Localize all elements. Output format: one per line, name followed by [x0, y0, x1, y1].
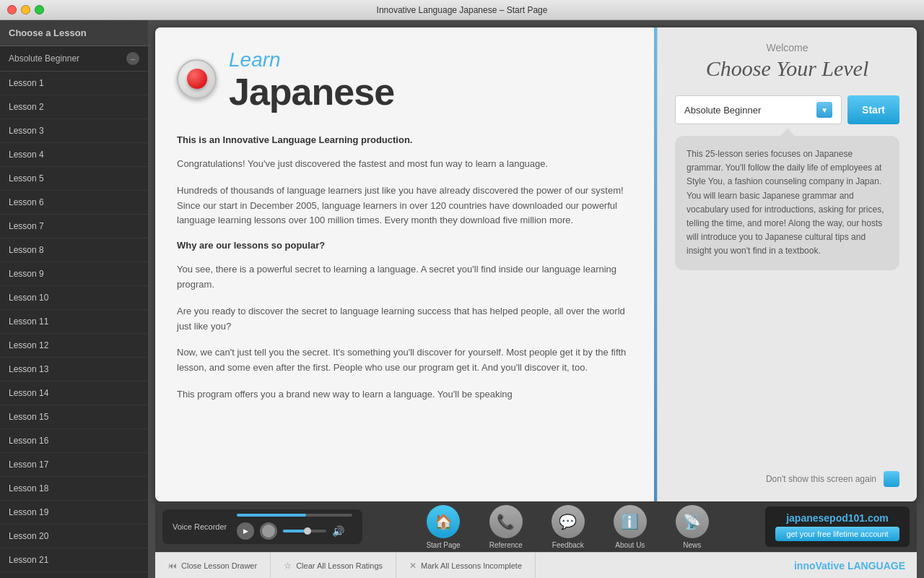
- recorder-speaker-icon: 🔊: [332, 525, 344, 537]
- logo-icon-inner: [177, 59, 217, 99]
- recorder-inner: ▶ 🔊: [237, 514, 352, 540]
- start-button[interactable]: Start: [847, 95, 899, 124]
- intro-para2-section: Hundreds of thousands of language learne…: [177, 184, 635, 228]
- rss-icon: 📡: [676, 505, 709, 538]
- nav-label-feedback: Feedback: [552, 541, 584, 549]
- close-button[interactable]: [7, 5, 17, 14]
- lesson-item-13[interactable]: Lesson 13: [0, 358, 148, 381]
- recorder-play-button[interactable]: ▶: [237, 522, 254, 540]
- audio-recorder: Voice Recorder ▶ 🔊: [162, 509, 362, 544]
- sidebar-header: Choose a Lesson: [0, 20, 148, 46]
- dropdown-arrow-icon[interactable]: ▼: [816, 102, 832, 118]
- intro-para3-section: You see, there is a powerful secret to l…: [177, 262, 635, 293]
- nav-item-about-us[interactable]: ℹ️ About Us: [599, 501, 661, 553]
- lesson-item-11[interactable]: Lesson 11: [0, 310, 148, 334]
- vertical-divider: [654, 27, 657, 501]
- footer-logo-language: LANGUAGE: [845, 560, 905, 571]
- lesson-item-20[interactable]: Lesson 20: [0, 525, 148, 548]
- recorder-record-button[interactable]: [260, 522, 277, 540]
- recorder-progress-bar: [237, 514, 352, 517]
- recorder-volume-knob: [304, 527, 311, 535]
- branding-url-suffix: 101.com: [848, 512, 889, 524]
- intro-para5: Now, we can't just tell you the secret. …: [177, 345, 635, 376]
- mark-incomplete-button[interactable]: ✕ Mark All Lessons Incomplete: [396, 553, 536, 578]
- maximize-button[interactable]: [35, 5, 44, 14]
- nav-item-reference[interactable]: 📞 Reference: [475, 501, 537, 553]
- recorder-volume-slider[interactable]: [283, 530, 326, 532]
- welcome-text: Welcome: [675, 42, 899, 53]
- home-icon: 🏠: [427, 505, 460, 538]
- footer-logo-v: V: [816, 560, 822, 571]
- lesson-item-1[interactable]: Lesson 1: [0, 72, 148, 95]
- branding-url-prefix: japanese: [786, 512, 829, 524]
- logo-japanese-text: Japanese: [229, 72, 394, 113]
- intro-para1: Congratulations! You've just discovered …: [177, 157, 635, 172]
- nav-item-news[interactable]: 📡 News: [661, 501, 723, 553]
- logo-red-circle: [187, 69, 207, 89]
- logo-text-area: Learn Japanese: [229, 49, 394, 113]
- lesson-item-2[interactable]: Lesson 2: [0, 95, 148, 119]
- footer-logo-suffix: ative: [821, 560, 845, 571]
- sidebar-lessons: Lesson 1Lesson 2Lesson 3Lesson 4Lesson 5…: [0, 72, 148, 578]
- window-controls[interactable]: [7, 5, 44, 14]
- choose-level-text: Choose Your Level: [675, 56, 899, 81]
- footer-logo-prefix: inno: [794, 560, 816, 571]
- description-bubble: This 25-lesson series focuses on Japanes…: [675, 136, 899, 270]
- lesson-item-3[interactable]: Lesson 3: [0, 119, 148, 143]
- phone-icon: 📞: [489, 505, 523, 538]
- intro-para4-section: Are you ready to discover the secret to …: [177, 304, 635, 335]
- content-body: Learn Japanese This is an Innovative Lan…: [155, 27, 917, 501]
- recorder-progress-fill: [237, 514, 306, 517]
- clear-ratings-label: Clear All Lesson Ratings: [296, 561, 383, 570]
- lesson-item-9[interactable]: Lesson 9: [0, 262, 148, 286]
- lesson-item-14[interactable]: Lesson 14: [0, 381, 148, 405]
- dont-show-text: Don't show this screen again: [766, 474, 876, 484]
- right-panel: Welcome Choose Your Level Absolute Begin…: [657, 27, 917, 501]
- clear-ratings-button[interactable]: ☆ Clear All Lesson Ratings: [271, 553, 396, 578]
- main-area: Learn Japanese This is an Innovative Lan…: [148, 20, 924, 578]
- lesson-item-18[interactable]: Lesson 18: [0, 477, 148, 501]
- lesson-item-16[interactable]: Lesson 16: [0, 429, 148, 453]
- intro-para5-section: Now, we can't just tell you the secret. …: [177, 345, 635, 376]
- footer-logo: innoVative LANGUAGE: [783, 560, 917, 571]
- sidebar-level-row[interactable]: Absolute Beginner –: [0, 46, 148, 72]
- lesson-item-6[interactable]: Lesson 6: [0, 191, 148, 215]
- lesson-item-8[interactable]: Lesson 8: [0, 238, 148, 262]
- lesson-item-19[interactable]: Lesson 19: [0, 501, 148, 525]
- dont-show-checkbox[interactable]: [884, 471, 899, 487]
- intro-para1-section: Congratulations! You've just discovered …: [177, 157, 635, 172]
- lesson-item-12[interactable]: Lesson 12: [0, 334, 148, 358]
- bottom-toolbar: Voice Recorder ▶ 🔊: [155, 501, 917, 552]
- lesson-item-7[interactable]: Lesson 7: [0, 215, 148, 238]
- lesson-item-17[interactable]: Lesson 17: [0, 453, 148, 477]
- mark-incomplete-label: Mark All Lessons Incomplete: [421, 561, 522, 570]
- recorder-volume-fill: [283, 530, 305, 532]
- nav-item-start-page[interactable]: 🏠 Start Page: [411, 501, 474, 553]
- lesson-item-4[interactable]: Lesson 4: [0, 143, 148, 167]
- nav-item-feedback[interactable]: 💬 Feedback: [537, 501, 599, 553]
- close-drawer-button[interactable]: ⏮ Close Lesson Drawer: [155, 553, 271, 578]
- lesson-item-21[interactable]: Lesson 21: [0, 548, 148, 572]
- sidebar: Choose a Lesson Absolute Beginner – Less…: [0, 20, 148, 578]
- lesson-item-5[interactable]: Lesson 5: [0, 167, 148, 191]
- lesson-item-10[interactable]: Lesson 10: [0, 286, 148, 310]
- intro-heading1: Why are our lessons so popular?: [177, 240, 635, 251]
- left-panel: Learn Japanese This is an Innovative Lan…: [155, 27, 657, 501]
- intro-bold-section: This is an Innovative Language Learning …: [177, 134, 635, 145]
- intro-heading1-section: Why are our lessons so popular?: [177, 240, 635, 251]
- description-text: This 25-lesson series focuses on Japanes…: [687, 149, 884, 256]
- lesson-item-15[interactable]: Lesson 15: [0, 405, 148, 429]
- logo-learn-text: Learn: [229, 49, 394, 72]
- branding-area: japanesepod101.com get your free lifetim…: [765, 506, 910, 547]
- level-dropdown[interactable]: Absolute Beginner ▼: [675, 95, 842, 124]
- lesson-item-22[interactable]: Lesson 22: [0, 572, 148, 578]
- sidebar-level-label: Absolute Beginner: [9, 53, 79, 64]
- window-title: Innovative Language Japanese – Start Pag…: [377, 5, 548, 15]
- minimize-button[interactable]: [21, 5, 30, 14]
- close-drawer-label: Close Lesson Drawer: [181, 561, 257, 570]
- sidebar-collapse-icon[interactable]: –: [126, 52, 139, 65]
- nav-label-about-us: About Us: [615, 541, 645, 549]
- recorder-label: Voice Recorder: [173, 522, 227, 531]
- branding-cta-button[interactable]: get your free lifetime account: [775, 527, 899, 541]
- nav-label-reference: Reference: [489, 541, 523, 549]
